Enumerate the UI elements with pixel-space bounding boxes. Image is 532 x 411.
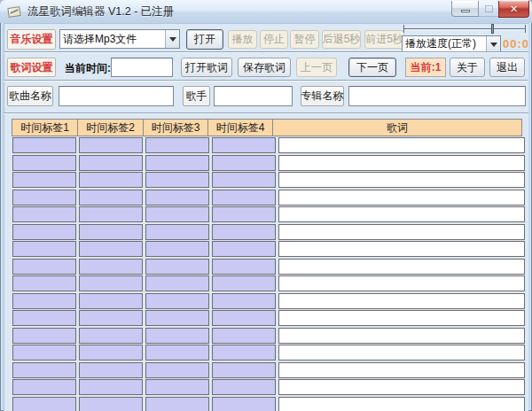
time-cell-1[interactable] (12, 259, 76, 275)
open-lyrics-button[interactable]: 打开歌词 (181, 58, 232, 77)
time-cell-3[interactable] (145, 172, 209, 188)
time-cell-4[interactable] (212, 345, 276, 361)
speed-select-dropdown-button[interactable] (486, 36, 500, 51)
time-cell-3[interactable] (145, 190, 209, 206)
mp3-file-select[interactable]: 请选择Mp3文件 (59, 29, 180, 49)
time-cell-3[interactable] (145, 137, 209, 153)
exit-button[interactable]: 退出 (489, 58, 525, 77)
about-button[interactable]: 关于 (450, 58, 485, 77)
save-lyrics-button[interactable]: 保存歌词 (238, 58, 291, 77)
lyric-cell[interactable] (278, 328, 525, 344)
current-time-input[interactable] (111, 58, 173, 77)
time-cell-1[interactable] (12, 310, 76, 326)
lyric-cell[interactable] (278, 137, 525, 153)
time-cell-3[interactable] (145, 328, 209, 344)
time-cell-1[interactable] (12, 155, 76, 171)
lyric-cell[interactable] (278, 397, 525, 411)
time-cell-1[interactable] (12, 345, 76, 361)
time-cell-2[interactable] (79, 190, 143, 206)
time-cell-4[interactable] (212, 379, 276, 395)
time-cell-2[interactable] (79, 310, 143, 326)
lyric-cell[interactable] (278, 155, 525, 171)
time-cell-4[interactable] (212, 275, 276, 291)
time-cell-2[interactable] (79, 172, 143, 188)
time-cell-4[interactable] (212, 259, 276, 275)
lyric-cell[interactable] (278, 345, 525, 361)
time-cell-3[interactable] (145, 397, 209, 411)
lyric-cell[interactable] (278, 241, 525, 257)
music-settings-button[interactable]: 音乐设置 (7, 29, 56, 50)
time-cell-4[interactable] (212, 310, 276, 326)
time-cell-3[interactable] (145, 362, 209, 378)
lyric-cell[interactable] (278, 275, 525, 291)
time-cell-2[interactable] (79, 241, 143, 257)
lyric-cell[interactable] (278, 190, 525, 206)
time-cell-3[interactable] (145, 224, 209, 240)
time-cell-2[interactable] (79, 259, 143, 275)
time-cell-1[interactable] (12, 362, 76, 378)
singer-input[interactable] (214, 86, 293, 106)
lyric-cell[interactable] (278, 293, 525, 309)
open-mp3-button[interactable]: 打开 (186, 29, 223, 50)
time-cell-1[interactable] (12, 206, 76, 222)
playback-position-slider[interactable] (403, 25, 526, 35)
time-cell-2[interactable] (79, 345, 143, 361)
slider-thumb[interactable] (491, 24, 494, 34)
time-cell-3[interactable] (145, 379, 209, 395)
time-cell-2[interactable] (79, 379, 143, 395)
time-cell-4[interactable] (212, 155, 276, 171)
minimize-button[interactable] (451, 1, 479, 17)
time-cell-1[interactable] (12, 293, 76, 309)
time-cell-3[interactable] (145, 275, 209, 291)
time-cell-3[interactable] (145, 345, 209, 361)
lyrics-settings-button[interactable]: 歌词设置 (7, 58, 56, 77)
time-cell-3[interactable] (145, 241, 209, 257)
time-cell-1[interactable] (12, 379, 76, 395)
lyric-cell[interactable] (278, 206, 525, 222)
next-page-button[interactable]: 下一页 (348, 58, 396, 77)
time-cell-2[interactable] (79, 362, 143, 378)
time-cell-2[interactable] (79, 155, 143, 171)
time-cell-4[interactable] (212, 328, 276, 344)
album-name-input[interactable] (348, 86, 526, 106)
close-button[interactable]: ✕ (498, 1, 529, 18)
time-cell-1[interactable] (12, 397, 76, 411)
time-cell-4[interactable] (212, 206, 276, 222)
time-cell-4[interactable] (212, 172, 276, 188)
time-cell-3[interactable] (145, 310, 209, 326)
time-cell-2[interactable] (79, 328, 143, 344)
lyric-cell[interactable] (278, 172, 525, 188)
time-cell-2[interactable] (79, 275, 143, 291)
time-cell-4[interactable] (212, 190, 276, 206)
lyric-cell[interactable] (278, 362, 525, 378)
time-cell-1[interactable] (12, 137, 76, 153)
time-cell-4[interactable] (212, 224, 276, 240)
time-cell-2[interactable] (79, 206, 143, 222)
time-cell-2[interactable] (79, 224, 143, 240)
time-cell-2[interactable] (79, 397, 143, 411)
song-name-input[interactable] (59, 86, 174, 106)
time-cell-1[interactable] (12, 190, 76, 206)
lyric-cell[interactable] (278, 259, 525, 275)
time-cell-4[interactable] (212, 241, 276, 257)
time-cell-4[interactable] (212, 397, 276, 411)
time-cell-2[interactable] (79, 293, 143, 309)
time-cell-1[interactable] (12, 275, 76, 291)
time-cell-2[interactable] (79, 137, 143, 153)
title-bar[interactable]: 流星歌词编辑器 V1.2 - 已注册 ✕ (0, 0, 532, 23)
time-cell-1[interactable] (12, 172, 76, 188)
time-cell-1[interactable] (12, 328, 76, 344)
time-cell-1[interactable] (12, 224, 76, 240)
time-cell-3[interactable] (145, 206, 209, 222)
lyric-cell[interactable] (278, 310, 525, 326)
time-cell-4[interactable] (212, 293, 276, 309)
time-cell-3[interactable] (145, 259, 209, 275)
playback-speed-select[interactable]: 播放速度(正常) (402, 35, 501, 52)
lyric-cell[interactable] (278, 224, 525, 240)
time-cell-4[interactable] (212, 137, 276, 153)
time-cell-1[interactable] (12, 241, 76, 257)
lyric-cell[interactable] (278, 379, 525, 395)
mp3-select-dropdown-button[interactable] (165, 30, 179, 48)
time-cell-3[interactable] (145, 155, 209, 171)
time-cell-4[interactable] (212, 362, 276, 378)
